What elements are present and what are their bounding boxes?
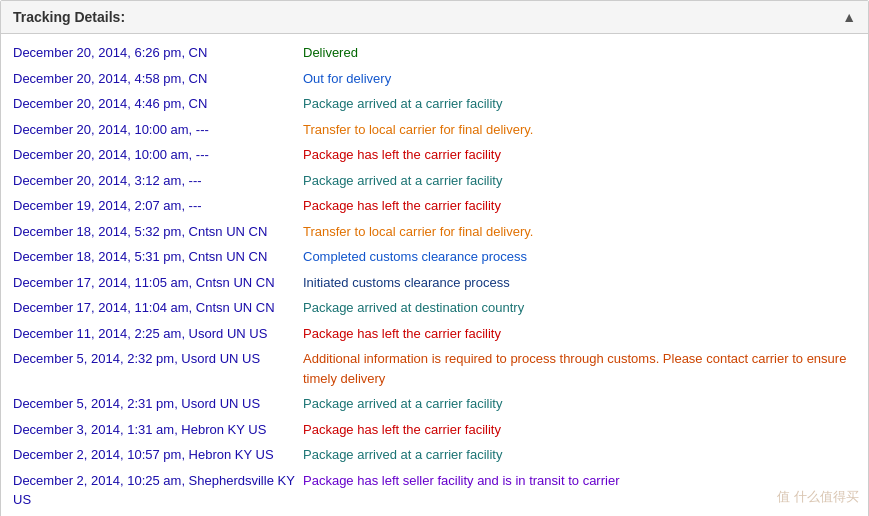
row-date: December 20, 2014, 4:58 pm, CN xyxy=(13,69,303,89)
table-row: December 18, 2014, 5:32 pm, Cntsn UN CNT… xyxy=(1,219,868,245)
row-date: December 20, 2014, 10:00 am, --- xyxy=(13,145,303,165)
row-status: Delivered xyxy=(303,43,856,63)
collapse-icon[interactable]: ▲ xyxy=(842,9,856,25)
row-status: Package has left the carrier facility xyxy=(303,196,856,216)
table-row: December 20, 2014, 10:00 am, ---Transfer… xyxy=(1,117,868,143)
table-row: December 3, 2014, 1:31 am, Hebron KY USP… xyxy=(1,417,868,443)
row-date: December 20, 2014, 6:26 pm, CN xyxy=(13,43,303,63)
table-row: December 5, 2014, 2:31 pm, Usord UN USPa… xyxy=(1,391,868,417)
row-status: Transfer to local carrier for final deli… xyxy=(303,120,856,140)
row-date: December 18, 2014, 5:31 pm, Cntsn UN CN xyxy=(13,247,303,267)
row-date: December 3, 2014, 1:31 am, Hebron KY US xyxy=(13,420,303,440)
tracking-title: Tracking Details: xyxy=(13,9,125,25)
row-date: December 17, 2014, 11:04 am, Cntsn UN CN xyxy=(13,298,303,318)
table-row: December 2, 2014, 10:57 pm, Hebron KY US… xyxy=(1,442,868,468)
table-row: December 5, 2014, 2:32 pm, Usord UN USAd… xyxy=(1,346,868,391)
table-row: December 17, 2014, 11:04 am, Cntsn UN CN… xyxy=(1,295,868,321)
tracking-header[interactable]: Tracking Details: ▲ xyxy=(1,1,868,34)
row-date: December 19, 2014, 2:07 am, --- xyxy=(13,196,303,216)
row-date: December 17, 2014, 11:05 am, Cntsn UN CN xyxy=(13,273,303,293)
table-row: December 20, 2014, 6:26 pm, CNDelivered xyxy=(1,40,868,66)
row-status: Package has left the carrier facility xyxy=(303,145,856,165)
row-date: December 5, 2014, 2:32 pm, Usord UN US xyxy=(13,349,303,388)
row-status: Initiated customs clearance process xyxy=(303,273,856,293)
row-status: Package arrived at a carrier facility xyxy=(303,171,856,191)
row-date: December 2, 2014, 10:25 am, Shepherdsvil… xyxy=(13,471,303,510)
tracking-body: December 20, 2014, 6:26 pm, CNDeliveredD… xyxy=(1,34,868,516)
row-status: Package has left the carrier facility xyxy=(303,324,856,344)
row-status: Additional information is required to pr… xyxy=(303,349,856,388)
table-row: December 18, 2014, 5:31 pm, Cntsn UN CNC… xyxy=(1,244,868,270)
row-status: Package arrived at a carrier facility xyxy=(303,394,856,414)
table-row: December 20, 2014, 4:46 pm, CNPackage ar… xyxy=(1,91,868,117)
row-status: Transfer to local carrier for final deli… xyxy=(303,222,856,242)
table-row: December 20, 2014, 10:00 am, ---Package … xyxy=(1,142,868,168)
row-date: December 5, 2014, 2:31 pm, Usord UN US xyxy=(13,394,303,414)
row-status: Package arrived at a carrier facility xyxy=(303,94,856,114)
row-date: December 20, 2014, 4:46 pm, CN xyxy=(13,94,303,114)
row-status: Package has left seller facility and is … xyxy=(303,471,856,510)
row-status: Package has left the carrier facility xyxy=(303,420,856,440)
table-row: December 19, 2014, 2:07 am, ---Package h… xyxy=(1,193,868,219)
row-date: December 20, 2014, 3:12 am, --- xyxy=(13,171,303,191)
row-date: December 11, 2014, 2:25 am, Usord UN US xyxy=(13,324,303,344)
table-row: December 20, 2014, 4:58 pm, CNOut for de… xyxy=(1,66,868,92)
row-date: December 2, 2014, 10:57 pm, Hebron KY US xyxy=(13,445,303,465)
table-row: December 2, 2014, 10:25 am, Shepherdsvil… xyxy=(1,468,868,513)
row-status: Package arrived at a carrier facility xyxy=(303,445,856,465)
row-status: Package arrived at destination country xyxy=(303,298,856,318)
tracking-panel: Tracking Details: ▲ December 20, 2014, 6… xyxy=(0,0,869,516)
table-row: December 11, 2014, 2:25 am, Usord UN USP… xyxy=(1,321,868,347)
row-status: Out for delivery xyxy=(303,69,856,89)
row-date: December 18, 2014, 5:32 pm, Cntsn UN CN xyxy=(13,222,303,242)
row-date: December 20, 2014, 10:00 am, --- xyxy=(13,120,303,140)
row-status: Completed customs clearance process xyxy=(303,247,856,267)
table-row: December 17, 2014, 11:05 am, Cntsn UN CN… xyxy=(1,270,868,296)
table-row: December 20, 2014, 3:12 am, ---Package a… xyxy=(1,168,868,194)
